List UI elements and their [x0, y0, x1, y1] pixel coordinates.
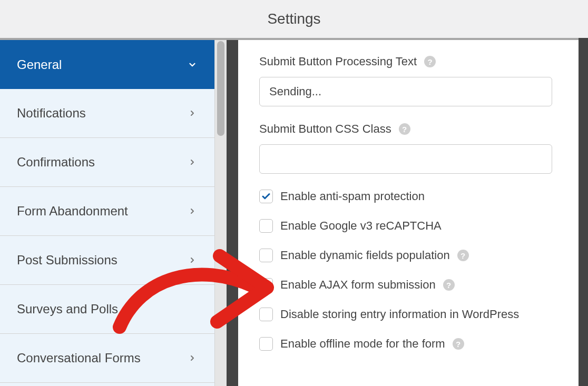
sidebar-item-label: Notifications — [17, 106, 86, 121]
processing-text-input[interactable] — [259, 77, 552, 106]
checkbox-label: Enable anti-spam protection — [280, 190, 425, 203]
field-label: Submit Button CSS Class — [259, 122, 391, 136]
settings-main-panel: Submit Button Processing Text ? Submit B… — [238, 40, 588, 386]
field-processing-text: Submit Button Processing Text ? — [259, 55, 567, 106]
checkbox-icon[interactable] — [259, 219, 273, 233]
right-edge-strip — [579, 38, 588, 386]
sidebar-item-surveys-polls[interactable]: Surveys and Polls — [0, 285, 214, 334]
field-label-row: Submit Button CSS Class ? — [259, 122, 567, 136]
checkbox-icon[interactable] — [259, 308, 273, 321]
settings-container: General Notifications Confirmations Form… — [0, 38, 588, 386]
sidebar-item-label: Form Abandonment — [17, 204, 128, 219]
sidebar-item-post-submissions[interactable]: Post Submissions — [0, 236, 214, 285]
sidebar-item-label: Confirmations — [17, 155, 95, 170]
page-header: Settings — [0, 0, 588, 38]
settings-sidebar: General Notifications Confirmations Form… — [0, 40, 215, 386]
checkbox-anti-spam[interactable]: Enable anti-spam protection — [259, 190, 567, 203]
chevron-none — [187, 304, 198, 314]
page-title: Settings — [267, 11, 320, 27]
sidebar-item-form-abandonment[interactable]: Form Abandonment — [0, 187, 214, 236]
sidebar-item-label: Surveys and Polls — [17, 302, 118, 316]
checkbox-icon[interactable] — [259, 249, 273, 262]
field-label-row: Submit Button Processing Text ? — [259, 55, 567, 68]
chevron-right-icon — [187, 206, 198, 216]
chevron-down-icon — [187, 60, 198, 70]
field-label: Submit Button Processing Text — [259, 55, 417, 68]
checkbox-offline-mode[interactable]: Enable offline mode for the form ? — [259, 337, 567, 351]
help-icon[interactable]: ? — [457, 250, 469, 261]
sidebar-item-confirmations[interactable]: Confirmations — [0, 138, 214, 187]
sidebar-item-label: Conversational Forms — [17, 351, 141, 365]
field-css-class: Submit Button CSS Class ? — [259, 122, 567, 174]
checkbox-icon[interactable] — [259, 278, 273, 292]
css-class-input[interactable] — [259, 144, 552, 174]
checkbox-icon[interactable] — [259, 190, 273, 203]
checkbox-recaptcha[interactable]: Enable Google v3 reCAPTCHA — [259, 219, 567, 233]
checkbox-label: Disable storing entry information in Wor… — [280, 308, 519, 321]
sidebar-scrollbar[interactable] — [215, 40, 227, 386]
sidebar-item-conversational-forms[interactable]: Conversational Forms — [0, 334, 214, 383]
checkbox-label: Enable dynamic fields population — [280, 249, 450, 262]
sidebar-item-label: General — [17, 57, 62, 72]
checkbox-disable-storing[interactable]: Disable storing entry information in Wor… — [259, 308, 567, 321]
chevron-right-icon — [187, 157, 198, 167]
chevron-right-icon — [187, 353, 198, 363]
help-icon[interactable]: ? — [453, 338, 464, 350]
checkbox-label: Enable offline mode for the form — [280, 337, 445, 351]
panel-divider — [227, 40, 238, 386]
help-icon[interactable]: ? — [399, 123, 410, 135]
scrollbar-thumb[interactable] — [217, 41, 224, 136]
sidebar-item-general[interactable]: General — [0, 40, 214, 89]
chevron-right-icon — [187, 108, 198, 118]
checkbox-icon[interactable] — [259, 337, 273, 351]
checkbox-label: Enable AJAX form submission — [280, 278, 436, 292]
checkbox-dynamic-fields[interactable]: Enable dynamic fields population ? — [259, 249, 567, 262]
help-icon[interactable]: ? — [443, 279, 455, 291]
help-icon[interactable]: ? — [424, 56, 436, 67]
sidebar-item-notifications[interactable]: Notifications — [0, 89, 214, 138]
chevron-right-icon — [187, 255, 198, 265]
checkbox-label: Enable Google v3 reCAPTCHA — [280, 219, 442, 233]
sidebar-item-label: Post Submissions — [17, 253, 117, 268]
checkbox-ajax[interactable]: Enable AJAX form submission ? — [259, 278, 567, 292]
